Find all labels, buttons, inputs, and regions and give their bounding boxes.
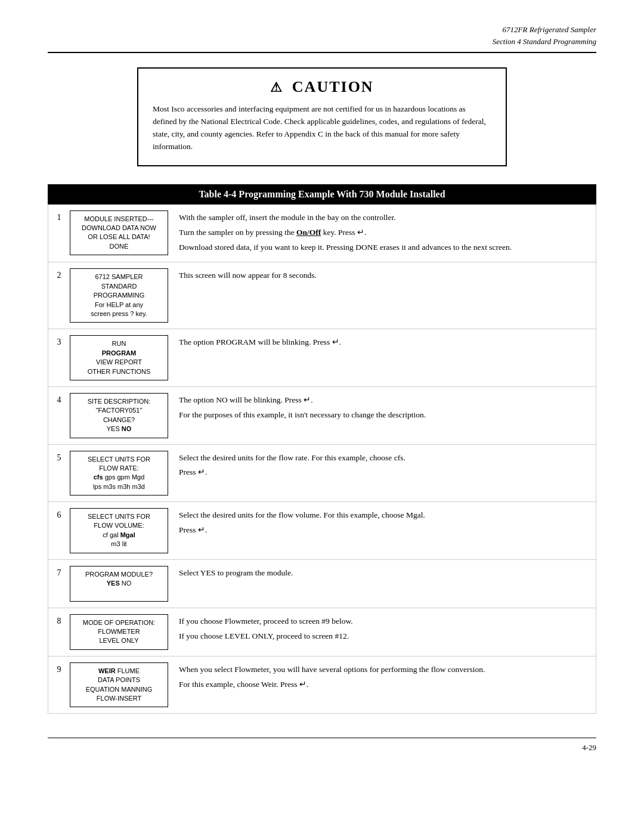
- row-description: The option NO will be blinking. Press ↵.…: [179, 393, 596, 424]
- header-line2: Section 4 Standard Programming: [48, 36, 596, 48]
- row-number: 7: [48, 566, 70, 578]
- caution-box: ⚠ CAUTION Most Isco accessories and inte…: [137, 67, 507, 166]
- row-number: 4: [48, 393, 70, 405]
- row-description: If you choose Flowmeter, proceed to scre…: [179, 614, 596, 645]
- table-row: 4SITE DESCRIPTION:"FACTORY051"CHANGE?YES…: [48, 387, 596, 445]
- caution-text: Most Isco accessories and interfacing eq…: [153, 103, 491, 153]
- row-description: The option PROGRAM will be blinking. Pre…: [179, 335, 596, 351]
- table-row: 5SELECT UNITS FORFLOW RATE:cfs gps gpm M…: [48, 445, 596, 503]
- screen-box: WEIR FLUMEDATA POINTSEQUATION MANNINGFLO…: [70, 662, 168, 708]
- screen-box: SELECT UNITS FORFLOW RATE:cfs gps gpm Mg…: [70, 451, 168, 496]
- page: 6712FR Refrigerated Sampler Section 4 St…: [0, 0, 644, 833]
- caution-icon: ⚠: [270, 80, 283, 95]
- page-number: 4-29: [48, 743, 596, 753]
- screen-box: SITE DESCRIPTION:"FACTORY051"CHANGE?YES …: [70, 393, 168, 438]
- row-number: 5: [48, 451, 70, 463]
- table-row: 1MODULE INSERTED---DOWNLOAD DATA NOWOR L…: [48, 205, 596, 263]
- row-number: 6: [48, 508, 70, 520]
- table-row: 3RUNPROGRAMVIEW REPORTOTHER FUNCTIONSThe…: [48, 329, 596, 387]
- table-row: 9WEIR FLUMEDATA POINTSEQUATION MANNINGFL…: [48, 657, 596, 714]
- table-row: 7PROGRAM MODULE?YES NOSelect YES to prog…: [48, 560, 596, 608]
- footer-divider: [48, 738, 596, 738]
- table-title: Table 4-4 Programming Example With 730 M…: [48, 184, 596, 205]
- row-description: With the sampler off, insert the module …: [179, 210, 596, 256]
- header-line1: 6712FR Refrigerated Sampler: [48, 24, 596, 36]
- page-header: 6712FR Refrigerated Sampler Section 4 St…: [48, 24, 596, 47]
- row-number: 2: [48, 268, 70, 280]
- row-number: 3: [48, 335, 70, 347]
- table-row: 8MODE OF OPERATION:FLOWMETERLEVEL ONLYIf…: [48, 608, 596, 657]
- row-description: Select YES to program the module.: [179, 566, 596, 582]
- screen-box: MODE OF OPERATION:FLOWMETERLEVEL ONLY: [70, 614, 168, 650]
- table-row: 6SELECT UNITS FORFLOW VOLUME:cf gal Mgal…: [48, 502, 596, 560]
- table-section: Table 4-4 Programming Example With 730 M…: [48, 184, 596, 714]
- header-divider: [48, 52, 596, 53]
- screen-box: 6712 SAMPLERSTANDARD PROGRAMMINGFor HELP…: [70, 268, 168, 323]
- screen-box: MODULE INSERTED---DOWNLOAD DATA NOWOR LO…: [70, 210, 168, 256]
- row-description: This screen will now appear for 8 second…: [179, 268, 596, 284]
- caution-title: ⚠ CAUTION: [153, 78, 491, 96]
- table-body: 1MODULE INSERTED---DOWNLOAD DATA NOWOR L…: [48, 205, 596, 714]
- row-description: Select the desired units for the flow vo…: [179, 508, 596, 539]
- screen-box: PROGRAM MODULE?YES NO: [70, 566, 168, 602]
- screen-box: RUNPROGRAMVIEW REPORTOTHER FUNCTIONS: [70, 335, 168, 380]
- row-number: 1: [48, 210, 70, 222]
- row-description: When you select Flowmeter, you will have…: [179, 662, 596, 693]
- screen-box: SELECT UNITS FORFLOW VOLUME:cf gal Mgalm…: [70, 508, 168, 553]
- row-number: 9: [48, 662, 70, 674]
- table-row: 26712 SAMPLERSTANDARD PROGRAMMINGFor HEL…: [48, 262, 596, 329]
- row-number: 8: [48, 614, 70, 626]
- row-description: Select the desired units for the flow ra…: [179, 451, 596, 482]
